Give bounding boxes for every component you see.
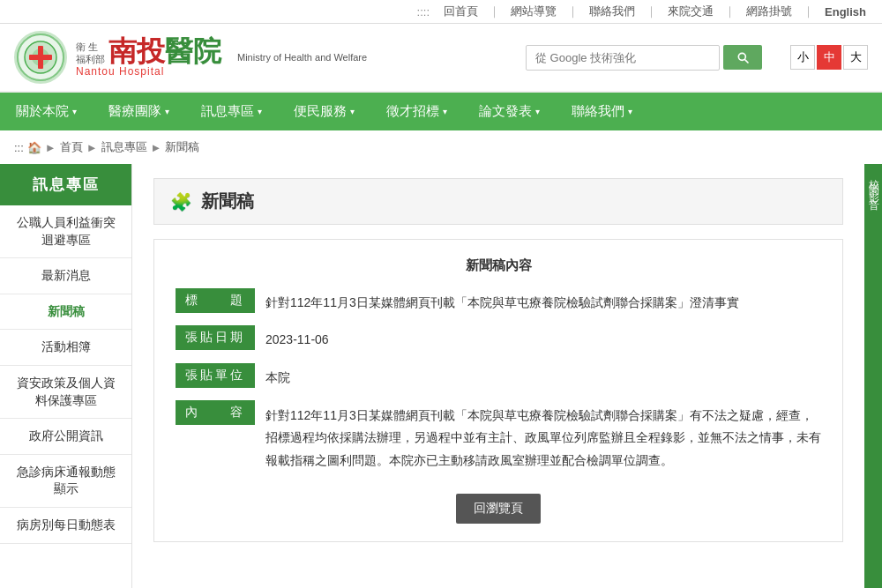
logo-text: 衛 生 福利部 南投醫院 Nantou Hospital [76, 37, 221, 78]
nav-arrow: ▾ [72, 107, 77, 116]
nav-news[interactable]: 訊息專區 ▾ [185, 93, 278, 130]
search-button[interactable] [723, 45, 762, 70]
home-icon: 🏠 [27, 141, 41, 154]
back-button[interactable]: 回瀏覽頁 [456, 494, 541, 524]
top-link-transport[interactable]: 來院交通 [662, 4, 719, 19]
search-input[interactable] [526, 45, 720, 71]
nav-arrow: ▾ [350, 107, 355, 116]
font-size-controls: 小 中 大 [790, 45, 868, 70]
breadcrumb: ::: 🏠 ► 首頁 ► 訊息專區 ► 新聞稿 [0, 130, 882, 164]
breadcrumb-home-link[interactable]: 首頁 [60, 139, 83, 155]
sidebar-item-press-release[interactable]: 新聞稿 [0, 294, 131, 331]
header: 衛 生 福利部 南投醫院 Nantou Hospital Ministry of… [0, 24, 882, 93]
sidebar-title: 訊息專區 [0, 164, 131, 205]
sidebar-item-conflict[interactable]: 公職人員利益衝突迴避專區 [0, 205, 131, 258]
nav-arrow: ▾ [258, 107, 262, 116]
main-content: 🧩 新聞稿 新聞稿內容 標 題 針對112年11月3日某媒體網頁刊載「本院與草屯… [132, 164, 864, 588]
field-label-content: 內 容 [176, 400, 255, 425]
nav-arrow: ▾ [535, 107, 540, 116]
field-value-unit: 本院 [265, 363, 821, 391]
field-row-unit: 張貼單位 本院 [176, 363, 821, 391]
nav-arrow: ▾ [165, 107, 169, 116]
page-title-bar: 🧩 新聞稿 [153, 178, 843, 225]
sidebar: 訊息專區 公職人員利益衝突迴避專區 最新消息 新聞稿 活動相簿 資安政策及個人資… [0, 164, 132, 588]
font-large-button[interactable]: 大 [843, 45, 868, 70]
dots: :::: [412, 5, 435, 19]
main-layout: 訊息專區 公職人員利益衝突迴避專區 最新消息 新聞稿 活動相簿 資安政策及個人資… [0, 164, 882, 588]
svg-rect-4 [29, 55, 52, 60]
top-link-appointment[interactable]: 網路掛號 [741, 4, 797, 19]
font-mid-button[interactable]: 中 [817, 45, 841, 70]
field-value-content: 針對112年11月3日某媒體網頁刊載「本院與草屯療養院檢驗試劑聯合採購案」有不法… [265, 400, 821, 476]
main-nav: 關於本院 ▾ 醫療團隊 ▾ 訊息專區 ▾ 便民服務 ▾ 徵才招標 ▾ 論文發表 … [0, 93, 882, 130]
news-card: 新聞稿內容 標 題 針對112年11月3日某媒體網頁刊載「本院與草屯療養院檢驗試… [153, 239, 843, 542]
breadcrumb-current: 新聞稿 [165, 139, 199, 155]
field-label-title: 標 題 [176, 288, 255, 313]
logo-hospital-name: 南投醫院 [108, 37, 221, 65]
nav-medical-team[interactable]: 醫療團隊 ▾ [93, 93, 185, 130]
right-panel-text: 校 園 影 音 [866, 171, 881, 192]
field-row-title: 標 題 針對112年11月3日某媒體網頁刊載「本院與草屯療養院檢驗試劑聯合採購案… [176, 288, 821, 316]
nav-papers[interactable]: 論文發表 ▾ [463, 93, 556, 130]
top-link-home[interactable]: 回首頁 [438, 4, 483, 19]
sidebar-item-ward-status[interactable]: 病房別每日動態表 [0, 508, 131, 544]
field-value-title: 針對112年11月3日某媒體網頁刊載「本院與草屯療養院檢驗試劑聯合採購案」澄清事… [265, 288, 821, 316]
nav-recruitment[interactable]: 徵才招標 ▾ [370, 93, 463, 130]
field-row-date: 張貼日期 2023-11-06 [176, 325, 821, 354]
back-btn-row: 回瀏覽頁 [176, 494, 821, 524]
search-area [526, 45, 762, 71]
breadcrumb-dots: ::: [14, 141, 24, 154]
logo-ministry-full: Ministry of Health and Welfare [237, 50, 367, 65]
top-link-sitemap[interactable]: 網站導覽 [505, 4, 562, 19]
page-title: 新聞稿 [201, 190, 254, 213]
top-link-contact[interactable]: 聯絡我們 [584, 4, 640, 19]
font-small-button[interactable]: 小 [790, 45, 815, 70]
right-panel: 校 園 影 音 [864, 164, 882, 588]
nav-contact[interactable]: 聯絡我們 ▾ [556, 93, 648, 130]
puzzle-icon: 🧩 [170, 191, 192, 212]
top-link-english[interactable]: English [819, 5, 871, 19]
nav-services[interactable]: 便民服務 ▾ [278, 93, 370, 130]
field-label-unit: 張貼單位 [176, 363, 255, 388]
nav-arrow: ▾ [443, 107, 447, 116]
sidebar-item-er-bed[interactable]: 急診病床通報動態顯示 [0, 455, 131, 508]
logo-hospital-roman: Nantou Hospital [76, 65, 221, 78]
logo-area: 衛 生 福利部 南投醫院 Nantou Hospital Ministry of… [14, 31, 367, 84]
nav-arrow: ▾ [628, 107, 632, 116]
field-value-date: 2023-11-06 [265, 325, 821, 354]
nav-about[interactable]: 關於本院 ▾ [0, 93, 93, 130]
sidebar-item-latest-news[interactable]: 最新消息 [0, 258, 131, 294]
field-row-content: 內 容 針對112年11月3日某媒體網頁刊載「本院與草屯療養院檢驗試劑聯合採購案… [176, 400, 821, 476]
sidebar-item-public-info[interactable]: 政府公開資訊 [0, 419, 131, 455]
logo-ministry-line1: 衛 生 [76, 41, 105, 53]
logo-ministry-line2: 福利部 [76, 54, 105, 65]
sidebar-item-photo-album[interactable]: 活動相簿 [0, 330, 131, 366]
field-label-date: 張貼日期 [176, 325, 255, 350]
news-card-title: 新聞稿內容 [176, 257, 821, 274]
logo-icon [14, 31, 67, 84]
breadcrumb-news-section-link[interactable]: 訊息專區 [101, 139, 147, 155]
sidebar-item-security-policy[interactable]: 資安政策及個人資料保護專區 [0, 366, 131, 419]
top-bar: :::: 回首頁 ｜ 網站導覽 ｜ 聯絡我們 ｜ 來院交通 ｜ 網路掛號 ｜ E… [0, 0, 882, 24]
